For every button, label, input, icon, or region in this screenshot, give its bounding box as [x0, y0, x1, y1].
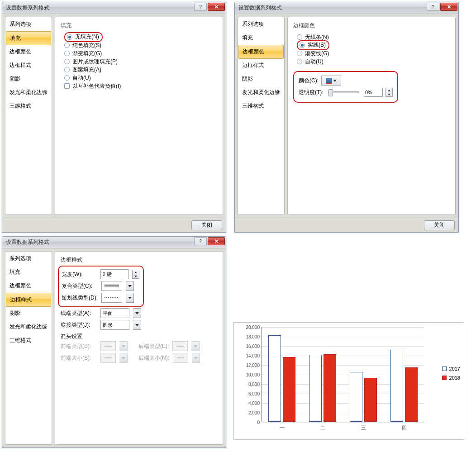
color-picker-button[interactable]: [321, 76, 341, 86]
main-panel: 填充 无填充(N) 纯色填充(S) 渐变填充(G) 图片或纹理填充(P) 图案填…: [55, 17, 223, 215]
radio-solid-line[interactable]: [300, 43, 305, 48]
width-label: 宽度(W):: [62, 271, 97, 278]
chevron-down-icon: [128, 297, 132, 299]
begin-size-select: [100, 353, 116, 363]
radio-solid-fill-label: 纯色填充(S): [72, 42, 101, 49]
radio-picture-fill[interactable]: [64, 59, 70, 64]
help-button[interactable]: ?: [427, 3, 439, 11]
sidebar-item-series-options[interactable]: 系列选项: [6, 18, 51, 31]
sidebar-item-series-options[interactable]: 系列选项: [238, 18, 284, 31]
sidebar-item-3d-format[interactable]: 三维格式: [238, 100, 284, 113]
join-type-select[interactable]: 圆形: [100, 320, 129, 330]
x-category-label: 四: [402, 424, 407, 431]
help-button[interactable]: ?: [194, 237, 207, 245]
begin-size-dropdown: [119, 353, 128, 363]
bar-2018-二: [324, 354, 336, 422]
sidebar-item-glow[interactable]: 发光和柔化边缘: [6, 320, 51, 334]
slider-thumb[interactable]: [328, 89, 333, 96]
radio-auto-line[interactable]: [297, 59, 302, 64]
help-button[interactable]: ?: [194, 3, 207, 11]
caret-up-icon: [134, 271, 137, 273]
radio-auto-fill-label: 自动(U): [72, 74, 91, 82]
dialog-border-style: 设置数据系列格式 ? ✕ 系列选项 填充 边框颜色 边框样式 阴影 发光和柔化边…: [2, 236, 226, 448]
sidebar-item-border-style[interactable]: 边框样式: [6, 59, 51, 72]
sidebar-item-shadow[interactable]: 阴影: [6, 72, 51, 86]
end-type-dropdown: [191, 341, 200, 351]
highlight-solid-line: 实线(S): [297, 40, 329, 50]
titlebar: 设置数据系列格式 ? ✕: [235, 2, 458, 14]
checkbox-invert-negative[interactable]: [64, 83, 70, 89]
sidebar-item-fill[interactable]: 填充: [6, 266, 51, 279]
join-type-dropdown[interactable]: [133, 320, 141, 330]
sidebar-item-border-color[interactable]: 边框颜色: [238, 45, 284, 59]
main-panel: 边框颜色 无线条(N) 实线(S) 渐变线(G) 自动(U) 颜色(C):: [287, 17, 456, 215]
checkbox-invert-negative-label: 以互补色代表负值(I): [72, 82, 121, 90]
close-button[interactable]: 关闭: [424, 220, 455, 230]
sidebar-item-glow[interactable]: 发光和柔化边缘: [6, 86, 51, 100]
arrow-settings-heading: 箭头设置: [61, 333, 217, 340]
sidebar-item-series-options[interactable]: 系列选项: [6, 252, 51, 266]
close-window-button[interactable]: ✕: [440, 3, 457, 11]
transparency-spinner[interactable]: [386, 88, 393, 97]
dash-label: 短划线类型(D):: [62, 294, 98, 302]
dash-type-dropdown[interactable]: [126, 293, 134, 303]
close-icon: ✕: [214, 4, 219, 10]
width-input[interactable]: 2 磅: [100, 269, 129, 279]
sidebar-item-3d-format[interactable]: 三维格式: [6, 334, 51, 348]
cap-type-dropdown[interactable]: [133, 308, 141, 318]
sidebar-item-border-color[interactable]: 边框颜色: [6, 45, 51, 59]
close-icon: ✕: [447, 4, 451, 10]
sidebar-item-border-style[interactable]: 边框样式: [6, 293, 51, 307]
radio-solid-fill[interactable]: [64, 43, 70, 48]
begin-type-select: [100, 341, 116, 351]
sidebar: 系列选项 填充 边框颜色 边框样式 阴影 发光和柔化边缘 三维格式: [238, 17, 285, 215]
dialog-fill: 设置数据系列格式 ? ✕ 系列选项 填充 边框颜色 边框样式 阴影 发光和柔化边…: [2, 2, 226, 233]
sidebar-item-border-style[interactable]: 边框样式: [238, 59, 284, 72]
transparency-input[interactable]: 0%: [364, 88, 383, 97]
radio-gradient-fill-label: 渐变填充(G): [72, 50, 102, 57]
transparency-slider[interactable]: [328, 91, 359, 93]
radio-gradient-line[interactable]: [297, 51, 302, 56]
legend-swatch-icon: [442, 376, 447, 380]
color-label: 颜色(C):: [299, 77, 319, 85]
close-button[interactable]: 关闭: [191, 220, 222, 230]
radio-no-fill-label: 无填充(N): [75, 33, 99, 41]
close-window-button[interactable]: ✕: [208, 3, 225, 11]
sidebar-item-3d-format[interactable]: 三维格式: [6, 100, 51, 113]
radio-no-line-label: 无线条(N): [305, 33, 329, 41]
sidebar-item-shadow[interactable]: 阴影: [238, 72, 284, 86]
sidebar-item-border-color[interactable]: 边框颜色: [6, 279, 51, 293]
end-size-select: [173, 353, 188, 363]
close-window-button[interactable]: ✕: [208, 237, 225, 245]
chevron-down-icon: [122, 345, 125, 348]
titlebar: 设置数据系列格式 ? ✕: [2, 237, 226, 248]
sidebar-item-glow[interactable]: 发光和柔化边缘: [238, 86, 284, 100]
highlight-no-fill: 无填充(N): [64, 32, 103, 42]
cap-label: 线端类型(A):: [61, 309, 97, 317]
sidebar-item-fill[interactable]: 填充: [6, 31, 51, 45]
radio-gradient-fill[interactable]: [64, 51, 70, 56]
radio-auto-fill[interactable]: [64, 75, 70, 81]
compound-label: 复合类型(C):: [62, 282, 98, 290]
dialog-title: 设置数据系列格式: [6, 238, 194, 246]
dialog-border-color: 设置数据系列格式 ? ✕ 系列选项 填充 边框颜色 边框样式 阴影 发光和柔化边…: [234, 2, 459, 233]
paint-bucket-icon: [326, 78, 332, 83]
section-heading: 边框样式: [61, 256, 217, 264]
x-category-label: 三: [361, 424, 366, 431]
dash-type-swatch: [101, 293, 122, 303]
close-icon: ✕: [214, 238, 219, 244]
cap-type-select[interactable]: 平面: [100, 308, 129, 318]
y-tick-label: 10,000: [239, 372, 262, 377]
width-spinner[interactable]: [132, 270, 139, 279]
y-tick-label: 8,000: [239, 382, 262, 387]
compound-type-dropdown[interactable]: [126, 281, 134, 291]
radio-no-fill[interactable]: [67, 34, 72, 40]
titlebar: 设置数据系列格式 ? ✕: [2, 2, 226, 14]
sidebar-item-fill[interactable]: 填充: [238, 31, 284, 45]
sidebar-item-shadow[interactable]: 阴影: [6, 307, 51, 320]
highlight-color-transparency: 颜色(C): 透明度(T): 0%: [293, 71, 398, 103]
chart-legend: 2017 2018: [442, 364, 460, 382]
join-label: 联接类型(J):: [61, 321, 97, 329]
radio-pattern-fill[interactable]: [64, 67, 70, 72]
radio-no-line[interactable]: [297, 34, 302, 40]
